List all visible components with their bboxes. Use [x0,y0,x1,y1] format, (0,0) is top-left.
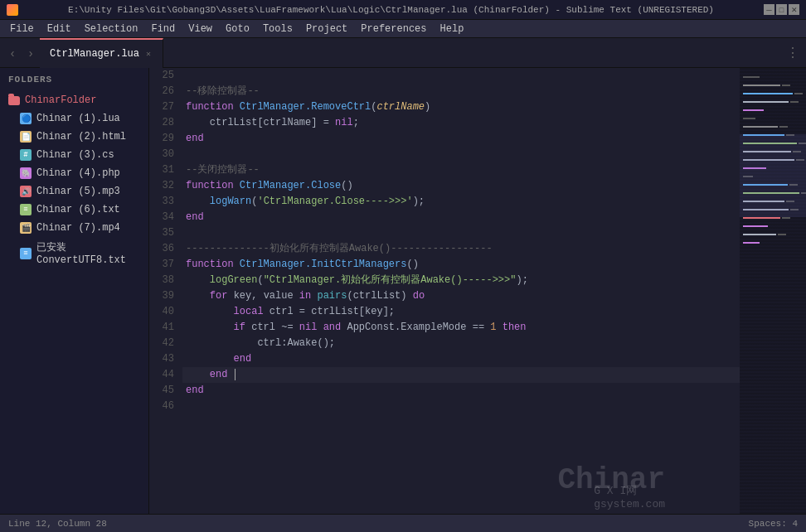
tab-label: CtrlManager.lua [50,48,139,60]
status-bar: Line 12, Column 28 Spaces: 4 [0,514,806,532]
file-name: 已安装ConvertUTF8.txt [36,240,140,266]
watermark-subtext: G X I网gsystem.com [594,483,665,510]
code-line-36: 36 --------------初始化所有控制器Awake()--------… [149,241,740,257]
sidebar-item-mp3[interactable]: 🔊 Chinar (5).mp3 [0,182,148,201]
folder-label: ChinarFolder [25,94,96,106]
sidebar-folder-chinar[interactable]: ChinarFolder [0,91,148,109]
file-name: Chinar (4).php [36,167,120,179]
file-name: Chinar (7).mp4 [36,222,120,234]
close-button[interactable]: ✕ [789,4,799,15]
code-line-41: 41 if ctrl ~= nil and AppConst.ExampleMo… [149,320,740,336]
sidebar-item-utf8[interactable]: ≡ 已安装ConvertUTF8.txt [0,237,148,269]
sidebar-item-mp4[interactable]: 🎬 Chinar (7).mp4 [0,219,148,237]
code-line-45: 45 end [149,383,740,399]
code-line-29: 29 end [149,131,740,147]
code-line-32: 32 function CtrlManager.Close() [149,178,740,194]
menu-preferences[interactable]: Preferences [354,20,433,38]
menu-view[interactable]: View [182,20,219,38]
sidebar-item-txt[interactable]: ≡ Chinar (6).txt [0,201,148,219]
file-name: Chinar (1).lua [36,113,120,124]
lua-icon: 🔵 [20,113,32,124]
minimize-button[interactable]: ─ [764,4,774,15]
minimap [740,68,806,514]
menu-help[interactable]: Help [434,20,471,38]
sidebar-item-html[interactable]: 📄 Chinar (2).html [0,128,148,146]
file-name: Chinar (5).mp3 [36,186,120,197]
tab-bar: ‹ › CtrlManager.lua ✕ ⋮ [0,38,806,68]
menu-file[interactable]: File [3,20,41,38]
menu-project[interactable]: Project [299,20,354,38]
window-controls: ─ □ ✕ [764,4,799,15]
utf8-icon: ≡ [20,248,32,259]
tab-forward-button[interactable]: › [22,44,40,62]
tab-ctrlmanager[interactable]: CtrlManager.lua ✕ [40,38,163,68]
status-spaces: Spaces: 4 [749,519,798,529]
status-position: Line 12, Column 28 [8,519,107,529]
file-name: Chinar (6).txt [36,204,120,215]
code-table: 25 26 --移除控制器-- 27 function CtrlManager.… [149,68,740,414]
menu-goto[interactable]: Goto [219,20,256,38]
menu-selection[interactable]: Selection [78,20,145,38]
code-line-25: 25 [149,68,740,84]
code-line-27: 27 function CtrlManager.RemoveCtrl(ctrlN… [149,99,740,115]
folder-icon [8,96,20,105]
mp4-icon: 🎬 [20,222,32,234]
code-line-46: 46 [149,399,740,414]
code-line-34: 34 end [149,210,740,225]
code-line-40: 40 local ctrl = ctrlList[key]; [149,304,740,320]
tab-back-button[interactable]: ‹ [3,44,22,62]
code-line-33: 33 logWarn('CtrlManager.Close---->>>'); [149,194,740,210]
file-name: Chinar (2).html [36,131,126,143]
tab-menu-button[interactable]: ⋮ [786,45,799,61]
code-line-35: 35 [149,225,740,241]
php-icon: 🐘 [20,167,32,179]
tab-close-button[interactable]: ✕ [144,49,153,59]
menu-find[interactable]: Find [144,20,182,38]
sidebar-item-lua[interactable]: 🔵 Chinar (1).lua [0,109,148,128]
html-icon: 📄 [20,131,32,143]
code-line-39: 39 for key, value in pairs(ctrlList) do [149,288,740,304]
menu-edit[interactable]: Edit [41,20,78,38]
title-bar: E:\Unity Files\Git\Gobang3D\Assets\LuaFr… [0,0,806,20]
txt-icon: ≡ [20,204,32,215]
code-editor[interactable]: 25 26 --移除控制器-- 27 function CtrlManager.… [149,68,740,514]
sidebar-item-cs[interactable]: # Chinar (3).cs [0,146,148,164]
menu-bar: File Edit Selection Find View Goto Tools… [0,20,806,38]
mp3-icon: 🔊 [20,186,32,197]
sidebar-header: FOLDERS [0,68,148,91]
sidebar: FOLDERS ChinarFolder 🔵 Chinar (1).lua 📄 … [0,68,149,514]
maximize-button[interactable]: □ [776,4,787,15]
window-title: E:\Unity Files\Git\Gobang3D\Assets\LuaFr… [23,5,759,15]
watermark-text: Chinar [557,463,665,497]
code-line-44: 44 end [149,367,740,383]
code-line-31: 31 --关闭控制器-- [149,162,740,178]
code-line-30: 30 [149,147,740,162]
code-line-43: 43 end [149,351,740,367]
code-line-26: 26 --移除控制器-- [149,84,740,99]
cs-icon: # [20,149,32,161]
minimap-overlay [740,68,806,514]
code-line-42: 42 ctrl:Awake(); [149,336,740,351]
code-line-28: 28 ctrlList[ctrlName] = nil; [149,115,740,131]
sidebar-item-php[interactable]: 🐘 Chinar (4).php [0,164,148,182]
main-layout: FOLDERS ChinarFolder 🔵 Chinar (1).lua 📄 … [0,68,806,514]
menu-tools[interactable]: Tools [256,20,299,38]
code-line-37: 37 function CtrlManager.InitCtrlManagers… [149,257,740,273]
file-name: Chinar (3).cs [36,149,114,161]
code-line-38: 38 logGreen("CtrlManager.初始化所有控制器Awake()… [149,273,740,288]
app-icon [7,4,18,16]
